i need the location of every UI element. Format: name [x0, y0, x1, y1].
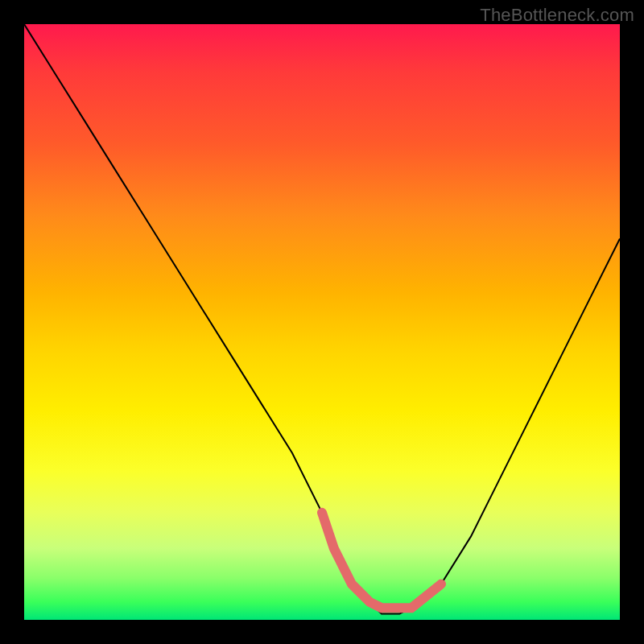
watermark-text: TheBottleneck.com	[480, 5, 634, 26]
optimal-range-highlight	[322, 513, 441, 608]
chart-svg	[24, 24, 620, 620]
plot-area	[24, 24, 620, 620]
chart-frame: TheBottleneck.com	[0, 0, 644, 644]
